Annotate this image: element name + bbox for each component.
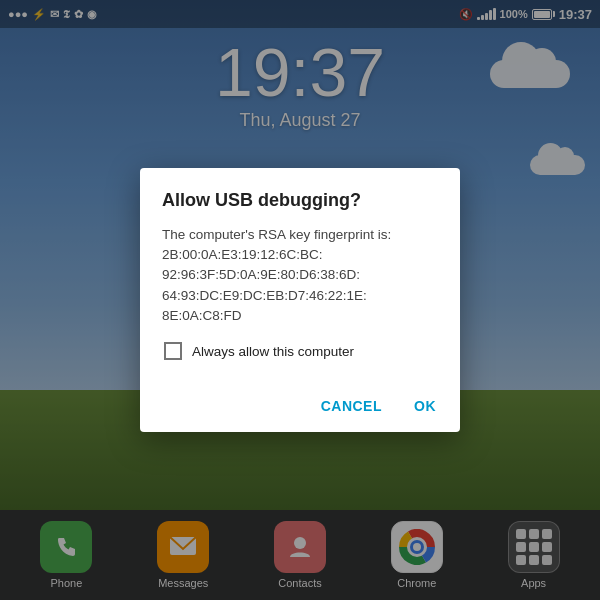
dialog-content: Allow USB debugging? The computer's RSA … [140,168,460,386]
phone-screen: ●●● ⚡ ✉ 𝕿 ✿ ◉ 🔇 100% 19:37 [0,0,600,600]
always-allow-checkbox[interactable] [164,342,182,360]
usb-debug-dialog: Allow USB debugging? The computer's RSA … [140,168,460,432]
checkbox-row[interactable]: Always allow this computer [162,342,438,360]
checkbox-label: Always allow this computer [192,344,354,359]
ok-button[interactable]: OK [402,390,448,422]
dialog-overlay: Allow USB debugging? The computer's RSA … [0,0,600,600]
dialog-buttons: CANCEL OK [140,386,460,432]
dialog-body: The computer's RSA key fingerprint is:2B… [162,225,438,326]
cancel-button[interactable]: CANCEL [309,390,394,422]
dialog-title: Allow USB debugging? [162,190,438,211]
